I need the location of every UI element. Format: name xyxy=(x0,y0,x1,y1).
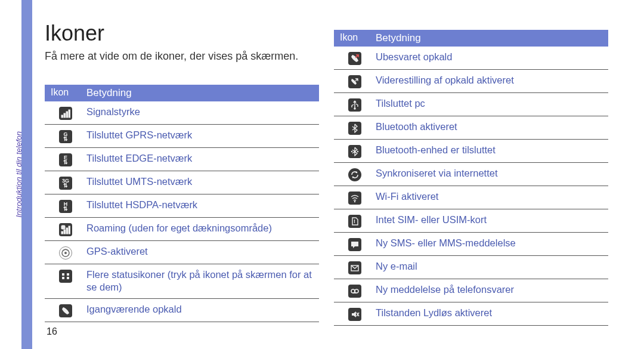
right-column: Ikon Betydning Ubesvaret opkaldVideresti… xyxy=(334,30,608,326)
icon-cell xyxy=(334,121,376,135)
svg-point-22 xyxy=(351,289,355,293)
call-icon xyxy=(59,304,72,317)
header-icon-label: Ikon xyxy=(334,30,376,47)
table-row: GPS-aktiveret xyxy=(45,241,319,264)
table-row: Bluetooth-enhed er tilsluttet xyxy=(334,140,608,163)
wifi-icon xyxy=(348,192,361,205)
icon-cell: ! xyxy=(334,214,376,228)
svg-rect-3 xyxy=(69,110,70,118)
icon-cell xyxy=(45,268,86,283)
page: Introduktion til din telefon Ikoner Få m… xyxy=(0,0,644,349)
gprs-icon: G⇅ xyxy=(59,130,72,143)
table-row: Ny meddelelse på telefonsvarer xyxy=(334,279,608,302)
sms-icon xyxy=(348,238,361,251)
meaning-cell: Viderestilling af opkald aktiveret xyxy=(376,74,608,87)
more-icon xyxy=(59,270,72,283)
svg-rect-14 xyxy=(62,277,64,279)
svg-point-23 xyxy=(355,289,358,293)
svg-text:!: ! xyxy=(354,218,355,224)
hsdpa-icon: H⇅ xyxy=(59,200,72,213)
meaning-cell: Ny SMS- eller MMS-meddelelse xyxy=(376,237,608,249)
left-column-wrap: Ikon Betydning SignalstyrkeG⇅Tilsluttet … xyxy=(45,85,319,322)
usb-icon xyxy=(348,98,361,112)
svg-rect-2 xyxy=(66,112,68,118)
icon-cell xyxy=(334,167,376,181)
icon-cell xyxy=(45,245,86,260)
svg-rect-6 xyxy=(61,231,63,234)
svg-rect-1 xyxy=(64,113,66,118)
table-row: G⇅Tilsluttet GPRS-netværk xyxy=(45,125,319,148)
email-icon xyxy=(348,261,361,274)
meaning-cell: GPS-aktiveret xyxy=(86,245,319,258)
umts-icon: 3G⇅ xyxy=(59,177,72,190)
missed-call-icon xyxy=(348,52,361,65)
silent-icon xyxy=(348,308,361,321)
table-row: Igangværende opkald xyxy=(45,299,319,322)
left-rows-container: SignalstyrkeG⇅Tilsluttet GPRS-netværkE⇅T… xyxy=(45,101,319,322)
table-row: Ny e-mail xyxy=(334,256,608,279)
voicemail-icon xyxy=(348,285,361,298)
left-column: Ikon Betydning SignalstyrkeG⇅Tilsluttet … xyxy=(45,85,319,322)
svg-point-16 xyxy=(354,107,355,109)
table-row: Ny SMS- eller MMS-meddelelse xyxy=(334,233,608,256)
meaning-cell: Tilsluttet pc xyxy=(376,97,608,110)
sync-icon xyxy=(348,168,361,181)
meaning-cell: Signalstyrke xyxy=(86,106,319,118)
icon-cell xyxy=(334,97,376,112)
bluetooth-icon xyxy=(348,122,361,135)
table-row: Viderestilling af opkald aktiveret xyxy=(334,70,608,93)
table-row: Wi-Fi aktiveret xyxy=(334,186,608,209)
table-row: Flere statusikoner (tryk på ikonet på sk… xyxy=(45,264,319,299)
bluetooth-connected-icon xyxy=(348,145,361,158)
table-row: Signalstyrke xyxy=(45,101,319,125)
svg-rect-15 xyxy=(67,277,69,279)
icon-cell xyxy=(45,106,86,120)
gps-icon xyxy=(59,246,72,260)
meaning-cell: Ny e-mail xyxy=(376,260,608,273)
table-row: E⇅Tilsluttet EDGE-netværk xyxy=(45,148,319,171)
icon-cell xyxy=(334,190,376,205)
header-meaning-label: Betydning xyxy=(86,85,319,101)
table-row: !Intet SIM- eller USIM-kort xyxy=(334,209,608,233)
svg-rect-0 xyxy=(61,115,63,118)
icon-cell: R xyxy=(45,222,86,236)
signal-icon xyxy=(59,107,72,120)
meaning-cell: Tilsluttet UMTS-netværk xyxy=(86,175,319,188)
meaning-cell: Bluetooth aktiveret xyxy=(376,121,608,133)
icon-cell: E⇅ xyxy=(45,152,86,166)
table-row: Ubesvaret opkald xyxy=(334,47,608,70)
icon-cell: H⇅ xyxy=(45,199,86,213)
icon-cell xyxy=(334,51,376,65)
svg-text:R: R xyxy=(62,226,64,229)
meaning-cell: Tilsluttet EDGE-netværk xyxy=(86,152,319,165)
icon-cell xyxy=(334,237,376,251)
icon-cell xyxy=(334,307,376,321)
icon-cell xyxy=(334,283,376,298)
svg-rect-7 xyxy=(64,230,66,234)
icon-cell xyxy=(334,260,376,274)
meaning-cell: Bluetooth-enhed er tilsluttet xyxy=(376,144,608,156)
svg-rect-12 xyxy=(62,273,64,276)
edge-icon: E⇅ xyxy=(59,153,72,166)
header-meaning-label: Betydning xyxy=(376,30,608,47)
right-rows-container: Ubesvaret opkaldViderestilling af opkald… xyxy=(334,47,608,326)
icon-cell: 3G⇅ xyxy=(45,175,86,190)
meaning-cell: Intet SIM- eller USIM-kort xyxy=(376,214,608,226)
svg-point-18 xyxy=(357,151,358,152)
header-icon-label: Ikon xyxy=(45,85,86,101)
table-row: RRoaming (uden for eget dækningsområde) xyxy=(45,218,319,241)
table-row: Synkroniseret via internettet xyxy=(334,163,608,186)
svg-rect-13 xyxy=(67,273,69,276)
call-forward-icon xyxy=(348,75,361,88)
svg-point-19 xyxy=(354,201,355,202)
meaning-cell: Ubesvaret opkald xyxy=(376,51,608,63)
table-row: Bluetooth aktiveret xyxy=(334,116,608,140)
meaning-cell: Ny meddelelse på telefonsvarer xyxy=(376,283,608,296)
table-header-left: Ikon Betydning xyxy=(45,85,319,101)
svg-rect-8 xyxy=(66,228,68,234)
icon-cell: G⇅ xyxy=(45,129,86,143)
meaning-cell: Wi-Fi aktiveret xyxy=(376,190,608,203)
svg-point-11 xyxy=(64,252,67,254)
table-row: 3G⇅Tilsluttet UMTS-netværk xyxy=(45,171,319,194)
table-row: Tilstanden Lydløs aktiveret xyxy=(334,302,608,326)
